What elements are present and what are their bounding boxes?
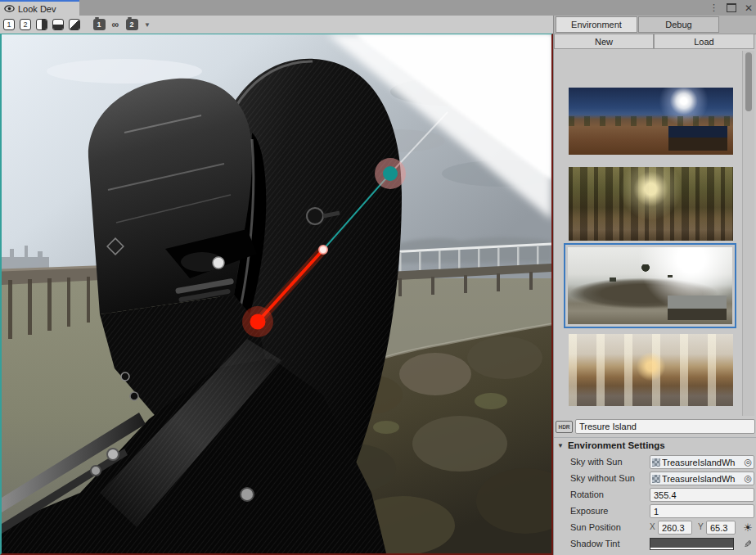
rotation-label: Rotation xyxy=(570,490,604,499)
shadow-tint-color-swatch[interactable] xyxy=(650,538,734,550)
tab-environment[interactable]: Environment xyxy=(556,16,637,33)
load-button[interactable]: Load xyxy=(654,34,754,49)
camera-2-icon: 2 xyxy=(126,19,138,30)
exposure-label: Exposure xyxy=(570,506,608,516)
selected-environment-outline xyxy=(564,243,736,328)
x-axis-label: X xyxy=(650,522,655,531)
exposure-row: Exposure xyxy=(554,504,756,519)
hdr-badge-icon: HDR xyxy=(556,421,573,433)
sky-without-sun-row: Sky without Sun TreasureIslandWh ◎ xyxy=(554,472,756,486)
single-view-2-button[interactable]: 2 xyxy=(18,18,33,32)
new-button-label: New xyxy=(595,37,613,47)
viewport-render[interactable] xyxy=(0,34,553,555)
sky-with-sun-row: Sky with Sun TreasureIslandWh ◎ xyxy=(554,455,756,470)
scrollbar-thumb[interactable] xyxy=(745,52,752,111)
gizmo-teal-handle[interactable] xyxy=(383,166,398,181)
link-cameras-button[interactable]: ∞ xyxy=(108,18,123,32)
section-divider xyxy=(554,437,756,438)
env-actions-row: New Load xyxy=(554,34,756,49)
cubemap-asset-icon xyxy=(652,458,660,467)
sun-position-x-input[interactable] xyxy=(658,521,692,535)
sun-position-label: Sun Position xyxy=(570,522,621,532)
foldout-arrow-icon: ▼ xyxy=(557,442,564,449)
side-by-side-view-button[interactable] xyxy=(34,18,49,32)
eyedropper-icon[interactable]: ✎ xyxy=(741,537,754,551)
gizmo-red-handle[interactable] xyxy=(250,314,266,330)
close-icon[interactable]: ✕ xyxy=(745,3,753,13)
env-thumbnail-church-interior[interactable] xyxy=(569,334,733,406)
shadow-tint-label: Shadow Tint xyxy=(570,539,620,548)
env-thumbnail-outback-desert[interactable] xyxy=(569,88,733,155)
environment-name-input[interactable] xyxy=(575,419,755,434)
object-picker-icon[interactable]: ◎ xyxy=(744,474,752,483)
view-1-icon: 1 xyxy=(3,19,15,30)
camera-1-button[interactable]: 1 xyxy=(92,18,106,32)
camera-2-button[interactable]: 2 xyxy=(124,18,139,32)
cubemap-asset-icon xyxy=(652,475,660,483)
viewport-scene xyxy=(2,34,551,553)
environment-list: + − xyxy=(554,49,756,415)
object-picker-icon[interactable]: ◎ xyxy=(744,458,752,467)
load-button-label: Load xyxy=(694,37,713,47)
lookdev-toolbar: 1 2 1 ∞ 2 ▼ xyxy=(0,16,553,34)
rotation-input[interactable] xyxy=(650,488,754,502)
link-icon: ∞ xyxy=(112,19,119,30)
sky-with-sun-label: Sky with Sun xyxy=(570,457,623,467)
environment-settings-title: Environment Settings xyxy=(568,440,665,450)
maximize-icon[interactable] xyxy=(727,3,736,12)
tab-environment-label: Environment xyxy=(571,20,622,29)
environment-panel: Environment Debug New Load + − xyxy=(553,16,756,555)
sky-with-sun-object-field[interactable]: TreasureIslandWh ◎ xyxy=(650,455,754,469)
env-thumbnail-inset xyxy=(668,126,727,151)
camera-1-icon: 1 xyxy=(93,19,106,30)
kebab-menu-icon[interactable]: ⋮ xyxy=(709,3,718,12)
window-title: Look Dev xyxy=(18,4,56,14)
env-list-scrollbar[interactable] xyxy=(742,51,754,416)
env-thumbnail-redwood-forest[interactable] xyxy=(569,167,733,241)
env-thumbnail-treasure-island[interactable] xyxy=(568,247,732,324)
shadow-tint-row: Shadow Tint ✎ xyxy=(554,537,756,552)
gizmo-mid-handle[interactable] xyxy=(319,246,327,254)
environment-settings-foldout[interactable]: ▼ Environment Settings xyxy=(557,440,665,450)
tab-debug-label: Debug xyxy=(665,20,691,29)
sky-without-sun-value: TreasureIslandWh xyxy=(662,474,742,484)
sky-with-sun-value: TreasureIslandWh xyxy=(662,458,742,467)
sky-without-sun-label: Sky without Sun xyxy=(570,473,635,483)
vertical-split-icon xyxy=(36,19,47,30)
top-bottom-view-button[interactable] xyxy=(51,18,65,32)
env-thumbnail-inset xyxy=(668,296,727,320)
diagonal-split-icon xyxy=(69,19,80,30)
y-axis-label: Y xyxy=(698,522,704,531)
eye-icon xyxy=(4,5,15,12)
window-titlebar: Look Dev ⋮ ✕ xyxy=(0,0,756,16)
rotation-row: Rotation xyxy=(554,488,756,503)
split-screen-view-button[interactable] xyxy=(67,18,82,32)
sun-brightness-icon[interactable]: ☀ xyxy=(741,521,754,535)
sun-position-row: Sun Position X Y ☀ xyxy=(554,521,756,535)
single-view-1-button[interactable]: 1 xyxy=(2,18,16,32)
sun-position-y-input[interactable] xyxy=(706,521,736,535)
hdr-name-row: HDR xyxy=(556,418,755,435)
tab-look-dev[interactable]: Look Dev xyxy=(0,0,79,16)
exposure-input[interactable] xyxy=(650,504,754,518)
new-button[interactable]: New xyxy=(554,34,654,49)
tab-debug[interactable]: Debug xyxy=(638,16,719,33)
horizontal-split-icon xyxy=(52,19,64,30)
sky-without-sun-object-field[interactable]: TreasureIslandWh ◎ xyxy=(650,472,754,485)
view-2-icon: 2 xyxy=(20,19,31,30)
more-options-dropdown[interactable]: ▼ xyxy=(144,21,151,29)
panel-tab-strip: Environment Debug xyxy=(554,16,756,34)
